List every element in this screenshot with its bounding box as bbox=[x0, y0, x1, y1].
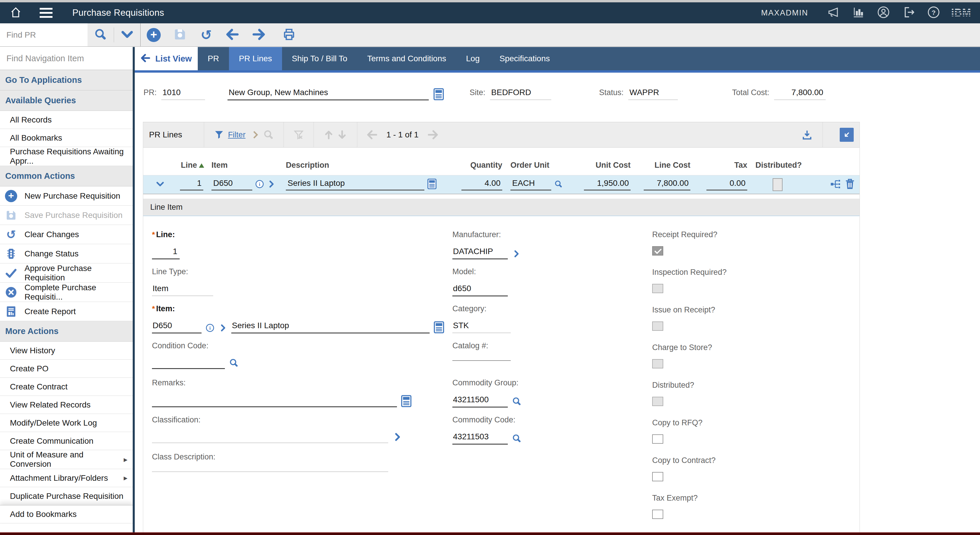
sign-out-button[interactable] bbox=[901, 5, 916, 21]
flag-checkbox[interactable] bbox=[652, 359, 663, 368]
more-action-item[interactable]: Unit of Measure and Conversion ▸ bbox=[0, 450, 133, 469]
table-search-icon[interactable] bbox=[262, 128, 275, 142]
commodity-group-input[interactable]: 43211500 bbox=[452, 395, 508, 408]
sidebar-section-go-to-applications[interactable]: Go To Applications bbox=[0, 70, 133, 91]
search-icon[interactable] bbox=[554, 180, 563, 189]
more-action-item[interactable]: Duplicate Purchase Requisition ▸ bbox=[0, 487, 133, 505]
line-input[interactable]: 1 bbox=[152, 247, 180, 260]
download-icon[interactable] bbox=[800, 128, 814, 142]
move-row-down-icon[interactable] bbox=[336, 128, 349, 142]
commodity-code-input[interactable]: 43211503 bbox=[452, 432, 508, 444]
sidebar-section-more-actions[interactable]: More Actions bbox=[0, 321, 133, 342]
column-line[interactable]: Line bbox=[177, 153, 207, 170]
pr-number-field[interactable]: 1010 bbox=[161, 88, 205, 100]
catalog-input[interactable] bbox=[452, 358, 511, 361]
more-action-item[interactable]: View Related Records ▸ bbox=[0, 396, 133, 414]
column-line-cost[interactable]: Line Cost bbox=[635, 153, 694, 170]
row-expander-icon[interactable] bbox=[156, 180, 164, 189]
flag-checkbox[interactable] bbox=[652, 472, 663, 481]
previous-record-button[interactable] bbox=[220, 23, 246, 46]
site-field[interactable]: BEDFORD bbox=[490, 88, 551, 100]
tab[interactable]: Terms and Conditions bbox=[357, 47, 456, 70]
sidebar-section-available-queries[interactable]: Available Queries bbox=[0, 91, 133, 111]
logged-in-user[interactable]: MAXADMIN bbox=[761, 8, 808, 18]
next-page-icon[interactable] bbox=[426, 128, 439, 142]
flag-checkbox[interactable] bbox=[652, 246, 663, 256]
find-pr-input[interactable] bbox=[0, 23, 88, 46]
row-unit-cost-field[interactable]: 1,950.00 bbox=[584, 178, 631, 191]
column-description[interactable]: Description bbox=[282, 153, 441, 170]
profile-button[interactable] bbox=[876, 5, 891, 21]
long-description-icon[interactable] bbox=[427, 178, 437, 191]
tab[interactable]: Ship To / Bill To bbox=[282, 47, 357, 70]
row-item-field[interactable]: D650 bbox=[212, 178, 252, 191]
action-change-status[interactable]: Change Status bbox=[0, 244, 133, 263]
row-distributed-checkbox[interactable] bbox=[773, 178, 783, 191]
next-record-button[interactable] bbox=[246, 23, 272, 46]
row-line-cost-field[interactable]: 7,800.00 bbox=[644, 178, 690, 191]
action-create-report[interactable]: Create Report bbox=[0, 302, 133, 321]
query-item[interactable]: Purchase Requisitions Awaiting Appr... ▸ bbox=[0, 147, 133, 166]
go-to-manufacturer-icon[interactable] bbox=[512, 249, 520, 260]
distribute-costs-icon[interactable] bbox=[830, 178, 842, 191]
action-complete-purchase-requisition[interactable]: Complete Purchase Requisiti... bbox=[0, 283, 133, 302]
flag-checkbox[interactable] bbox=[652, 322, 663, 331]
classification-input[interactable] bbox=[152, 440, 388, 443]
print-button[interactable] bbox=[276, 23, 302, 46]
clear-changes-button[interactable]: ↺ bbox=[193, 23, 220, 46]
line-type-input[interactable]: Item bbox=[152, 284, 213, 296]
action-save-purchase-requisition[interactable]: Save Purchase Requisition bbox=[0, 205, 133, 225]
model-input[interactable]: d650 bbox=[452, 284, 508, 296]
reports-button[interactable] bbox=[851, 5, 866, 21]
column-unit-cost[interactable]: Unit Cost bbox=[578, 153, 635, 170]
column-order-unit[interactable]: Order Unit bbox=[506, 153, 578, 170]
line-item-section-header[interactable]: Line Item bbox=[143, 199, 859, 216]
manufacturer-input[interactable]: DATACHIP bbox=[452, 247, 508, 260]
action-approve-purchase-requisition[interactable]: Approve Purchase Requisition bbox=[0, 263, 133, 283]
more-action-item[interactable]: View History ▸ bbox=[0, 342, 133, 360]
go-to-item-icon[interactable] bbox=[218, 323, 227, 333]
class-description-input[interactable] bbox=[152, 469, 388, 472]
pr-description-field[interactable]: New Group, New Machines bbox=[228, 88, 429, 100]
item-input[interactable]: D650 bbox=[152, 321, 202, 333]
menu-button[interactable] bbox=[38, 5, 54, 21]
filter-link[interactable]: Filter bbox=[228, 131, 246, 139]
more-action-item[interactable]: Add to Bookmarks ▸ bbox=[0, 505, 133, 523]
flag-checkbox[interactable] bbox=[652, 284, 663, 293]
help-button[interactable]: ? bbox=[926, 5, 941, 21]
column-tax[interactable]: Tax bbox=[694, 153, 751, 170]
back-to-list-view[interactable]: List View bbox=[135, 47, 198, 70]
condition-code-input[interactable] bbox=[152, 366, 225, 369]
advanced-search-dropdown[interactable] bbox=[114, 23, 140, 46]
action-new-purchase-requisition[interactable]: + New Purchase Requisition bbox=[0, 186, 133, 205]
more-action-item[interactable]: Create PO ▸ bbox=[0, 360, 133, 378]
tab[interactable]: PR Lines bbox=[229, 47, 282, 70]
save-record-button[interactable] bbox=[167, 23, 193, 46]
column-item[interactable]: Item bbox=[207, 153, 282, 170]
flag-checkbox[interactable] bbox=[652, 397, 663, 406]
go-to-item-icon[interactable] bbox=[267, 180, 275, 189]
tab[interactable]: Log bbox=[456, 47, 490, 70]
more-action-item[interactable]: Create Contract ▸ bbox=[0, 378, 133, 396]
delete-row-icon[interactable] bbox=[845, 178, 856, 191]
pr-line-row[interactable]: 1 D650 i Series II Laptop 4.00 EACH bbox=[143, 175, 859, 194]
query-item[interactable]: All Bookmarks ▸ bbox=[0, 129, 133, 147]
row-description-field[interactable]: Series II Laptop bbox=[286, 178, 425, 191]
more-action-item[interactable]: Create Communication ▸ bbox=[0, 432, 133, 450]
row-line-field[interactable]: 1 bbox=[180, 178, 203, 191]
home-button[interactable] bbox=[8, 5, 23, 21]
sidebar-section-common-actions[interactable]: Common Actions bbox=[0, 166, 133, 186]
new-record-button[interactable]: + bbox=[141, 23, 167, 46]
query-item[interactable]: All Records ▸ bbox=[0, 111, 133, 129]
filter-icon[interactable] bbox=[212, 128, 226, 142]
chevron-right-icon[interactable] bbox=[248, 128, 262, 142]
announcements-button[interactable] bbox=[826, 5, 841, 21]
long-description-icon[interactable] bbox=[434, 321, 444, 333]
tab[interactable]: Specifications bbox=[489, 47, 560, 70]
search-icon[interactable] bbox=[512, 396, 522, 408]
move-row-up-icon[interactable] bbox=[322, 128, 336, 142]
action-clear-changes[interactable]: ↺ Clear Changes bbox=[0, 225, 133, 244]
item-description-input[interactable]: Series II Laptop bbox=[231, 321, 430, 333]
more-action-item[interactable]: Modify/Delete Work Log ▸ bbox=[0, 414, 133, 432]
row-order-unit-field[interactable]: EACH bbox=[511, 178, 551, 191]
